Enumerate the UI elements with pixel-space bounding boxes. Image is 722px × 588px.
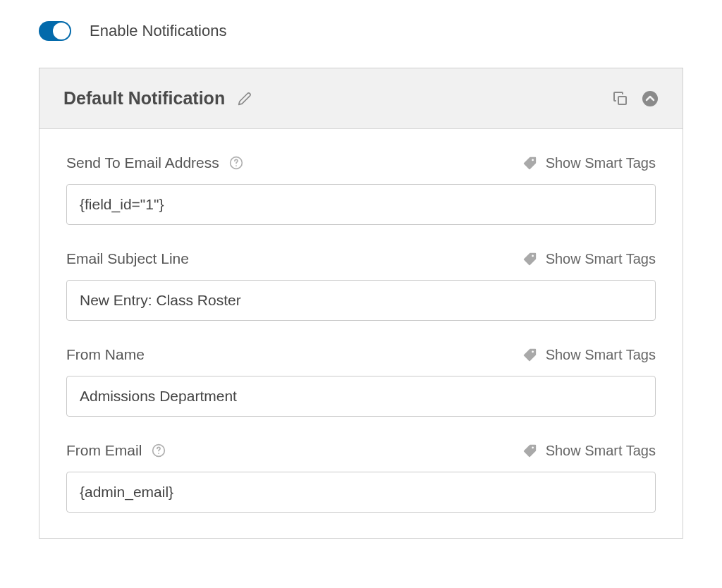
pencil-icon[interactable] (238, 92, 252, 106)
send-to-label: Send To Email Address (66, 154, 219, 171)
from-email-field-head: From Email Show (66, 442, 656, 459)
svg-rect-0 (618, 97, 626, 104)
panel-body: Send To Email Address (39, 129, 683, 513)
enable-notifications-toggle[interactable] (39, 21, 71, 41)
help-icon[interactable] (229, 156, 243, 170)
show-smart-tags-button[interactable]: Show Smart Tags (522, 155, 656, 171)
subject-label: Email Subject Line (66, 250, 189, 267)
from-name-field-head: From Name Show Smart Tags (66, 346, 656, 363)
from-name-label-wrap: From Name (66, 346, 145, 363)
send-to-label-wrap: Send To Email Address (66, 154, 243, 171)
tag-icon (522, 251, 537, 267)
enable-notifications-row: Enable Notifications (39, 21, 683, 41)
from-email-field-block: From Email Show (66, 442, 656, 513)
smart-tags-label: Show Smart Tags (546, 155, 656, 171)
chevron-up-circle-icon[interactable] (642, 90, 659, 107)
help-icon[interactable] (152, 443, 166, 458)
copy-icon[interactable] (612, 90, 629, 107)
smart-tags-label: Show Smart Tags (546, 443, 656, 459)
subject-label-wrap: Email Subject Line (66, 250, 189, 267)
show-smart-tags-button[interactable]: Show Smart Tags (522, 443, 656, 459)
send-to-field-block: Send To Email Address (66, 154, 656, 225)
from-email-input[interactable] (66, 472, 656, 513)
send-to-field-head: Send To Email Address (66, 154, 656, 171)
notification-panel: Default Notification (39, 68, 683, 539)
svg-point-1 (642, 91, 658, 106)
enable-notifications-label: Enable Notifications (90, 22, 226, 40)
panel-actions (612, 90, 659, 107)
smart-tags-label: Show Smart Tags (546, 251, 656, 267)
show-smart-tags-button[interactable]: Show Smart Tags (522, 251, 656, 267)
from-name-field-block: From Name Show Smart Tags (66, 346, 656, 417)
from-name-input[interactable] (66, 376, 656, 417)
subject-field-block: Email Subject Line Show Smart Tags (66, 250, 656, 321)
panel-header: Default Notification (39, 68, 683, 129)
subject-input[interactable] (66, 280, 656, 321)
from-email-label: From Email (66, 442, 142, 459)
toggle-knob (53, 23, 70, 39)
tag-icon (522, 443, 537, 458)
from-name-label: From Name (66, 346, 145, 363)
subject-field-head: Email Subject Line Show Smart Tags (66, 250, 656, 267)
from-email-label-wrap: From Email (66, 442, 166, 459)
tag-icon (522, 155, 537, 171)
send-to-input[interactable] (66, 184, 656, 225)
show-smart-tags-button[interactable]: Show Smart Tags (522, 347, 656, 363)
panel-title: Default Notification (63, 88, 225, 109)
svg-point-5 (159, 453, 160, 454)
tag-icon (522, 347, 537, 362)
panel-title-wrap: Default Notification (63, 88, 252, 109)
smart-tags-label: Show Smart Tags (546, 347, 656, 363)
svg-point-3 (235, 165, 237, 166)
